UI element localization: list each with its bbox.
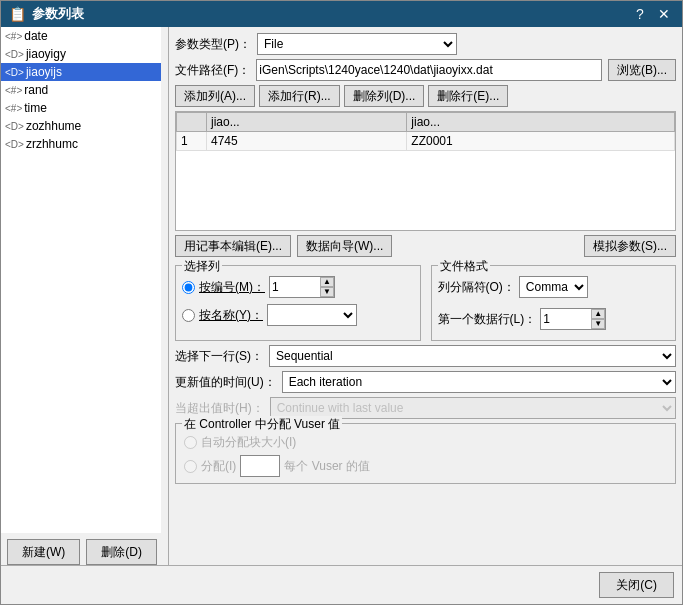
data-wizard-button[interactable]: 数据向导(W)... [297, 235, 392, 257]
col-separator-row: 列分隔符(O)： Comma Tab Space [438, 276, 670, 298]
window-title: 参数列表 [32, 5, 84, 23]
param-type-label: 参数类型(P)： [175, 36, 251, 53]
first-data-row-spinbox: ▲ ▼ [540, 308, 606, 330]
del-col-button[interactable]: 删除列(D)... [344, 85, 425, 107]
tree-item-time[interactable]: <#> time [1, 99, 161, 117]
delete-param-button[interactable]: 删除(D) [86, 539, 157, 565]
file-path-row: 文件路径(F)： 浏览(B)... [175, 59, 676, 81]
simulate-button[interactable]: 模拟参数(S)... [584, 235, 676, 257]
file-format-title: 文件格式 [438, 258, 490, 275]
row-index: 1 [177, 132, 207, 151]
select-next-label: 选择下一行(S)： [175, 348, 263, 365]
param-type-select[interactable]: File Table Unique [257, 33, 457, 55]
by-index-spinbox: ▲ ▼ [269, 276, 335, 298]
update-value-label: 更新值的时间(U)： [175, 374, 276, 391]
window-icon: 📋 [9, 6, 26, 22]
tree-item-jiaoyijs[interactable]: <D> jiaoyijs [1, 63, 161, 81]
editor-buttons: 用记事本编辑(E)... 数据向导(W)... 模拟参数(S)... [175, 235, 676, 257]
col-separator-select[interactable]: Comma Tab Space [519, 276, 588, 298]
close-title-button[interactable]: ✕ [654, 4, 674, 24]
tree-item-date[interactable]: <#> date [1, 27, 161, 45]
controller-group: 在 Controller 中分配 Vuser 值 自动分配块大小(I) 分配(I… [175, 423, 676, 484]
first-data-row-row: 第一个数据行(L)： ▲ ▼ [438, 308, 670, 330]
distribute-radio [184, 460, 197, 473]
param-list: <#> date <D> jiaoyigy <D> jiaoyijs <#> r… [1, 27, 161, 533]
index-up-btn[interactable]: ▲ [320, 277, 334, 287]
add-row-button[interactable]: 添加行(R)... [259, 85, 340, 107]
per-vuser-label: 每个 Vuser 的值 [284, 458, 370, 475]
table-index-header [177, 113, 207, 132]
when-exceed-label: 当超出值时(H)： [175, 400, 264, 417]
first-row-up-btn[interactable]: ▲ [591, 309, 605, 319]
first-data-row-input[interactable] [541, 309, 591, 329]
by-index-row: 按编号(M)： ▲ ▼ [182, 276, 414, 298]
auto-distribute-row: 自动分配块大小(I) [184, 434, 667, 451]
update-value-select[interactable]: Each iteration Each occurrence Once [282, 371, 676, 393]
memo-edit-button[interactable]: 用记事本编辑(E)... [175, 235, 291, 257]
by-name-radio[interactable] [182, 309, 195, 322]
data-table: jiao... jiao... 1 4745 ZZ0001 [175, 111, 676, 231]
first-data-row-label: 第一个数据行(L)： [438, 311, 537, 328]
left-bottom-bar: 新建(W) 删除(D) [1, 533, 168, 565]
main-window: 📋 参数列表 ? ✕ <#> date <D> jiaoyigy <D> [0, 0, 683, 605]
by-name-label: 按名称(Y)： [199, 307, 263, 324]
select-next-row: 选择下一行(S)： Sequential Random Unique [175, 345, 676, 367]
new-param-button[interactable]: 新建(W) [7, 539, 80, 565]
by-index-input[interactable] [270, 277, 320, 297]
tree-item-jiaoyigy[interactable]: <D> jiaoyigy [1, 45, 161, 63]
file-path-input[interactable] [256, 59, 602, 81]
del-row-button[interactable]: 删除行(E)... [428, 85, 508, 107]
auto-distribute-label: 自动分配块大小(I) [201, 434, 296, 451]
title-bar: 📋 参数列表 ? ✕ [1, 1, 682, 27]
file-format-group: 文件格式 列分隔符(O)： Comma Tab Space 第一个数据行(L)： [431, 265, 677, 341]
first-row-down-btn[interactable]: ▼ [591, 319, 605, 329]
distribute-row: 分配(I) 每个 Vuser 的值 [184, 455, 667, 477]
table-row: 1 4745 ZZ0001 [177, 132, 675, 151]
file-path-label: 文件路径(F)： [175, 62, 250, 79]
close-button[interactable]: 关闭(C) [599, 572, 674, 598]
index-down-btn[interactable]: ▼ [320, 287, 334, 297]
right-column: 参数类型(P)： File Table Unique 文件路径(F)： 浏览(B… [169, 27, 682, 565]
help-button[interactable]: ? [630, 4, 650, 24]
param-type-row: 参数类型(P)： File Table Unique [175, 33, 676, 55]
by-name-select[interactable] [267, 304, 357, 326]
by-index-label: 按编号(M)： [199, 279, 265, 296]
controller-group-title: 在 Controller 中分配 Vuser 值 [182, 416, 342, 433]
row-col2[interactable]: ZZ0001 [407, 132, 675, 151]
col-separator-label: 列分隔符(O)： [438, 279, 515, 296]
table-col1-header: jiao... [207, 113, 407, 132]
auto-distribute-radio [184, 436, 197, 449]
select-col-group: 选择列 按编号(M)： ▲ ▼ [175, 265, 421, 341]
options-area: 选择列 按编号(M)： ▲ ▼ [175, 265, 676, 341]
tree-item-zozhhume[interactable]: <D> zozhhume [1, 117, 161, 135]
select-col-title: 选择列 [182, 258, 222, 275]
by-index-radio[interactable] [182, 281, 195, 294]
browse-button[interactable]: 浏览(B)... [608, 59, 676, 81]
table-col2-header: jiao... [407, 113, 675, 132]
left-column: <#> date <D> jiaoyigy <D> jiaoyijs <#> r… [1, 27, 169, 565]
distribute-input [240, 455, 280, 477]
distribute-label: 分配(I) [201, 458, 236, 475]
main-content: <#> date <D> jiaoyigy <D> jiaoyijs <#> r… [1, 27, 682, 565]
table-toolbar: 添加列(A)... 添加行(R)... 删除列(D)... 删除行(E)... [175, 85, 676, 107]
bottom-bar: 关闭(C) [1, 565, 682, 604]
row-col1[interactable]: 4745 [207, 132, 407, 151]
select-next-select[interactable]: Sequential Random Unique [269, 345, 676, 367]
add-col-button[interactable]: 添加列(A)... [175, 85, 255, 107]
tree-item-zrzhhumc[interactable]: <D> zrzhhumc [1, 135, 161, 153]
by-name-row: 按名称(Y)： [182, 304, 414, 326]
tree-item-rand[interactable]: <#> rand [1, 81, 161, 99]
update-value-row: 更新值的时间(U)： Each iteration Each occurrenc… [175, 371, 676, 393]
